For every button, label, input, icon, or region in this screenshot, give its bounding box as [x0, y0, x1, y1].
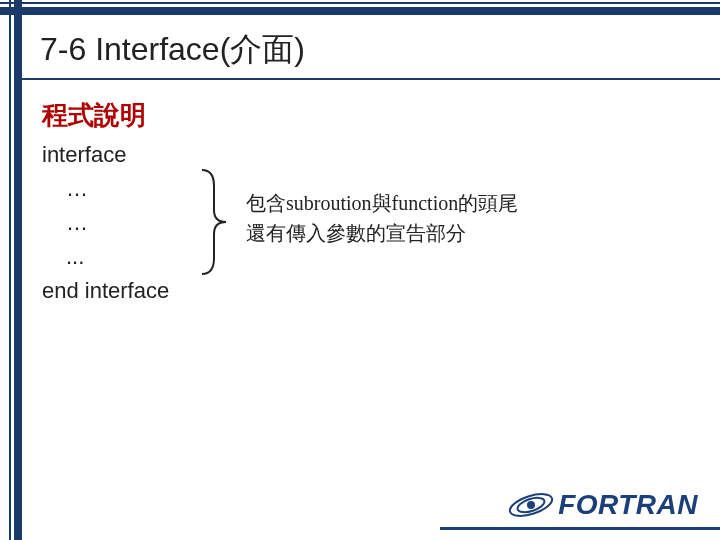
brace-icon [194, 166, 234, 278]
title-underline [22, 78, 720, 80]
logo-underline [440, 527, 720, 530]
logo-mark-icon [508, 486, 554, 524]
section-heading: 程式說明 [42, 98, 146, 133]
code-line-interface: interface [42, 138, 169, 172]
annotation-block: 包含subroution與function的頭尾 還有傳入參數的宣告部分 [246, 188, 518, 248]
decor-top-thick [0, 7, 720, 15]
annotation-line-2: 還有傳入參數的宣告部分 [246, 218, 518, 248]
fortran-logo: FORTRAN [508, 486, 698, 524]
code-line-ellipsis-3: ... [42, 240, 169, 274]
annotation-line-1: 包含subroution與function的頭尾 [246, 188, 518, 218]
decor-left-thick [14, 0, 22, 540]
code-line-end: end interface [42, 274, 169, 308]
code-line-ellipsis-2: … [42, 206, 169, 240]
logo-text: FORTRAN [558, 489, 698, 521]
code-line-ellipsis-1: … [42, 172, 169, 206]
decor-left-thin [9, 0, 11, 540]
decor-top-thin [0, 2, 720, 4]
svg-point-2 [527, 501, 535, 509]
slide-title: 7-6 Interface(介面) [40, 28, 305, 72]
code-block: interface … … ... end interface [42, 138, 169, 308]
